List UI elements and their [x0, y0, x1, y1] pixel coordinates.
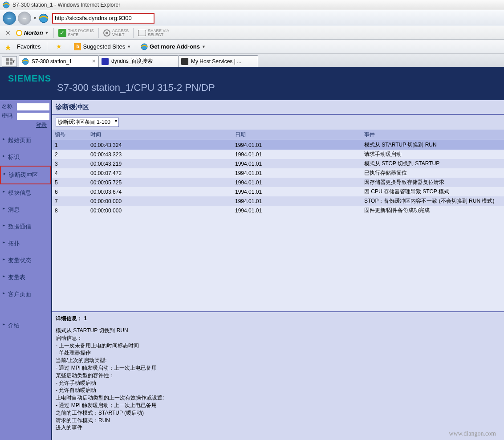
chevron-down-icon: ▼ — [12, 59, 16, 64]
norton-vault[interactable]: ACCESSVAULT — [102, 29, 130, 37]
ie-icon — [22, 58, 29, 65]
get-addons-link[interactable]: Get more Add-ons ▼ — [138, 42, 208, 51]
chevron-down-icon: ▼ — [127, 45, 131, 49]
favorites-star-icon[interactable]: ★ — [4, 43, 12, 51]
dyn-icon — [181, 58, 188, 65]
bing-icon: b — [74, 43, 81, 50]
entries-dropdown-row: 诊断缓冲区条目 1-100 — [52, 115, 504, 130]
table-row[interactable]: 200:00:43.3231994.01.01请求手动暖启动 — [52, 150, 504, 159]
diag-table-area[interactable]: 编号 时间 日期 事件 100:00:43.3241994.01.01模式从 S… — [52, 130, 504, 312]
norton-brand[interactable]: Norton ▼ — [14, 29, 51, 36]
table-row[interactable]: 300:00:43.2191994.01.01模式从 STOP 切换到 STAR… — [52, 159, 504, 168]
station-title: S7-300 station_1/CPU 315-2 PN/DP — [8, 82, 504, 94]
chevron-down-icon[interactable]: ▼ — [45, 31, 49, 35]
details-title: 详细信息： 1 — [52, 312, 504, 325]
url-input[interactable] — [55, 15, 152, 21]
chevron-down-icon: ▼ — [202, 45, 206, 49]
back-button[interactable]: ← — [3, 12, 16, 25]
main-area: 名称 密码 登录 起始页面 标识 诊断缓冲区 模块信息 消息 数据通信 拓扑 变… — [0, 100, 504, 440]
window-title-bar: S7-300 station_1 - Windows Internet Expl… — [0, 0, 504, 10]
browser-tab-bar: ▼ S7-300 station_1 ✕ dyndns_百度搜索 My Host… — [0, 54, 504, 67]
add-favorite-button[interactable]: ★ — [53, 42, 67, 52]
svg-point-2 — [141, 44, 147, 50]
forward-button[interactable]: → — [18, 12, 31, 25]
right-panel: 诊断缓冲区 诊断缓冲区条目 1-100 编号 时间 日期 事件 100:00:4… — [51, 100, 504, 440]
tab-label: dyndns_百度搜索 — [111, 57, 153, 65]
ie-icon — [141, 43, 148, 50]
sidebar-item-datacomm[interactable]: 数据通信 — [0, 218, 51, 235]
sidebar-item-intro[interactable]: 介绍 — [0, 317, 51, 334]
col-time: 时间 — [88, 130, 232, 140]
norton-toolbar: ✕ Norton ▼ ✓ THIS PAGE ISSAFE ACCESSVAUL… — [0, 26, 504, 40]
norton-check-icon — [16, 30, 22, 36]
history-dropdown-icon[interactable]: ▼ — [33, 16, 37, 20]
siemens-header: SIEMENS S7-300 station_1/CPU 315-2 PN/DP — [0, 67, 504, 100]
sidebar-item-module-info[interactable]: 模块信息 — [0, 184, 51, 201]
sidebar-item-vartable[interactable]: 变量表 — [0, 269, 51, 286]
ie-logo-icon — [39, 13, 49, 23]
sidebar-item-start[interactable]: 起始页面 — [0, 132, 51, 149]
tab-label: My Host Services | ... — [191, 58, 241, 65]
svg-point-3 — [22, 58, 28, 65]
entries-dropdown[interactable]: 诊断缓冲区条目 1-100 — [56, 118, 119, 127]
details-body: 模式从 STARTUP 切换到 RUN 启动信息： - 上一次未备用上电的时间标… — [52, 325, 504, 437]
share-icon — [138, 30, 146, 36]
norton-share[interactable]: SHARE VIASELECT — [136, 29, 171, 37]
col-event: 事件 — [362, 130, 504, 140]
sidebar-item-diag-buffer[interactable]: 诊断缓冲区 — [0, 166, 51, 184]
table-row[interactable]: 100:00:43.3241994.01.01模式从 STARTUP 切换到 R… — [52, 140, 504, 150]
toolbar-close-icon[interactable]: ✕ — [3, 29, 13, 37]
suggested-label: Suggested Sites — [83, 43, 125, 50]
login-box: 名称 密码 登录 — [0, 100, 51, 132]
watermark: www.diangon.com — [449, 430, 496, 437]
name-input[interactable] — [17, 103, 49, 110]
tab-label: S7-300 station_1 — [32, 58, 72, 65]
diag-table: 编号 时间 日期 事件 100:00:43.3241994.01.01模式从 S… — [52, 130, 504, 215]
window-title-text: S7-300 station_1 - Windows Internet Expl… — [12, 2, 120, 8]
sidebar-item-varstate[interactable]: 变量状态 — [0, 252, 51, 269]
baidu-icon — [102, 58, 109, 65]
tab-close-icon[interactable]: ✕ — [92, 58, 96, 64]
url-box[interactable] — [52, 13, 154, 24]
password-label: 密码 — [2, 112, 15, 120]
favorites-label[interactable]: Favorites — [17, 43, 41, 50]
svg-point-0 — [3, 2, 9, 8]
name-label: 名称 — [2, 103, 15, 110]
password-input[interactable] — [17, 113, 49, 120]
ie-icon — [3, 1, 10, 8]
star-add-icon: ★ — [56, 43, 64, 51]
page-content: SIEMENS S7-300 station_1/CPU 315-2 PN/DP… — [0, 67, 504, 440]
favorites-bar: ★ Favorites ★ b Suggested Sites ▼ Get mo… — [0, 40, 504, 54]
norton-safe[interactable]: ✓ THIS PAGE ISSAFE — [57, 29, 96, 37]
tab-s7-station[interactable]: S7-300 station_1 ✕ — [19, 55, 99, 67]
sidebar: 名称 密码 登录 起始页面 标识 诊断缓冲区 模块信息 消息 数据通信 拓扑 变… — [0, 100, 51, 440]
suggested-sites-link[interactable]: b Suggested Sites ▼ — [71, 42, 134, 51]
col-number: 编号 — [52, 130, 88, 140]
login-link[interactable]: 登录 — [2, 122, 49, 129]
panel-title: 诊断缓冲区 — [52, 100, 504, 114]
sidebar-item-ident[interactable]: 标识 — [0, 149, 51, 166]
addons-label: Get more Add-ons — [150, 43, 200, 50]
table-row[interactable]: 600:00:03.6741994.01.01因 CPU 存储器管理导致 STO… — [52, 187, 504, 196]
sidebar-item-userpages[interactable]: 客户页面 — [0, 286, 51, 303]
vault-icon — [103, 29, 110, 37]
table-row[interactable]: 800:00:00.0001994.01.01固件更新/固件备份成功完成 — [52, 206, 504, 215]
check-icon: ✓ — [58, 29, 66, 37]
tab-dyndns[interactable]: dyndns_百度搜索 — [98, 55, 179, 67]
quick-tabs-button[interactable]: ▼ — [2, 56, 17, 67]
col-date: 日期 — [232, 130, 362, 140]
table-row[interactable]: 500:00:05.7251994.01.01因存储器更换导致存储器复位请求 — [52, 178, 504, 187]
sidebar-item-topology[interactable]: 拓扑 — [0, 235, 51, 252]
table-row[interactable]: 700:00:00.0001994.01.01STOP：备份缓冲区内容不一致 (… — [52, 196, 504, 206]
tab-hostservices[interactable]: My Host Services | ... — [178, 55, 258, 67]
svg-point-1 — [39, 14, 48, 22]
norton-label: Norton — [24, 29, 43, 36]
browser-nav-bar: ← → ▼ — [0, 10, 504, 26]
sidebar-item-messages[interactable]: 消息 — [0, 201, 51, 218]
table-row[interactable]: 400:00:07.4721994.01.01已执行存储器复位 — [52, 168, 504, 178]
